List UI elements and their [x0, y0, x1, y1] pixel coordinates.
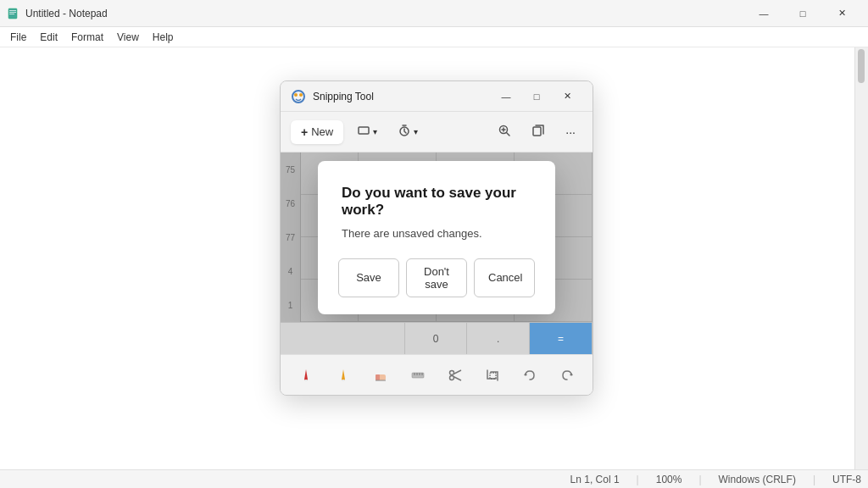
snipping-maximize-btn[interactable]: □ [521, 85, 552, 108]
snipping-tool-window: Snipping Tool — □ ✕ + New ▾ [280, 80, 593, 396]
dialog-save-btn[interactable]: Save [338, 258, 399, 297]
dialog-cancel-btn[interactable]: Cancel [474, 258, 535, 297]
snipping-more-btn[interactable]: ··· [559, 121, 582, 143]
snipping-timer-btn[interactable]: ▾ [391, 119, 425, 144]
scrollbar-vertical[interactable] [854, 47, 868, 469]
svg-rect-12 [305, 380, 308, 381]
notepad-titlebar-controls: — □ ✕ [744, 0, 861, 27]
svg-rect-7 [359, 127, 369, 134]
plus-icon: + [301, 125, 308, 139]
tool-pen-yellow[interactable] [331, 363, 355, 387]
svg-line-25 [453, 370, 461, 374]
bottom-cell-3: . [467, 323, 530, 354]
snipping-titlebar: Snipping Tool — □ ✕ [281, 81, 593, 112]
snipping-zoom-btn[interactable] [491, 119, 518, 144]
svg-rect-14 [342, 380, 345, 381]
tool-eraser[interactable] [369, 363, 392, 387]
save-dialog: Do you want to save your work? There are… [318, 161, 555, 314]
tool-ruler[interactable] [406, 363, 430, 387]
status-position: Ln 1, Col 1 [570, 474, 620, 485]
svg-marker-29 [570, 373, 573, 375]
tool-pen-red[interactable] [294, 363, 318, 387]
svg-marker-11 [304, 369, 308, 381]
status-sep3: | [813, 474, 815, 485]
shape-icon [357, 124, 370, 140]
menu-help[interactable]: Help [146, 30, 181, 45]
notepad-icon [7, 7, 20, 20]
svg-rect-10 [533, 127, 541, 136]
notepad-minimize-btn[interactable]: — [744, 0, 783, 27]
dialog-message: There are unsaved changes. [342, 227, 531, 240]
svg-point-23 [450, 370, 454, 374]
svg-marker-13 [342, 369, 345, 381]
tool-scissors[interactable] [443, 363, 467, 387]
svg-line-26 [453, 376, 461, 380]
bottom-cell-1 [281, 323, 405, 354]
new-btn-label: New [311, 125, 333, 138]
snipping-icon [291, 89, 306, 104]
svg-point-5 [294, 93, 298, 97]
status-zoom: 100% [656, 474, 682, 485]
snipping-close-btn[interactable]: ✕ [552, 85, 582, 108]
snipping-footer [281, 354, 593, 395]
snipping-new-button[interactable]: + New [291, 120, 343, 144]
more-icon: ··· [565, 125, 576, 139]
snipping-titlebar-controls: — □ ✕ [491, 85, 582, 108]
tool-redo[interactable] [555, 363, 579, 387]
dialog-title: Do you want to save your work? [342, 185, 531, 219]
scroll-thumb-v [858, 49, 865, 83]
menu-format[interactable]: Format [64, 30, 110, 45]
svg-rect-1 [9, 10, 16, 11]
snipping-title: Snipping Tool [313, 91, 491, 103]
timer-arrow-icon: ▾ [414, 127, 418, 136]
dialog-buttons: Save Don't save Cancel [342, 258, 531, 297]
notepad-menubar: File Edit Format View Help [0, 27, 868, 47]
snipping-copy-btn[interactable] [525, 119, 552, 144]
svg-rect-27 [490, 373, 496, 379]
status-sep1: | [637, 474, 639, 485]
notepad-statusbar: Ln 1, Col 1 | 100% | Windows (CRLF) | UT… [0, 469, 868, 488]
snipping-toolbar: + New ▾ ▾ [281, 112, 593, 152]
snipping-shape-btn[interactable]: ▾ [350, 119, 384, 144]
timer-icon [398, 124, 411, 140]
snipping-minimize-btn[interactable]: — [491, 85, 521, 108]
tool-crop[interactable] [481, 363, 504, 387]
notepad-close-btn[interactable]: ✕ [822, 0, 861, 27]
status-sep2: | [698, 474, 701, 485]
status-encoding: UTF-8 [832, 474, 861, 485]
svg-point-6 [299, 93, 303, 97]
snipping-bottom-row: 0 . = [281, 322, 593, 354]
notepad-titlebar: Untitled - Notepad — □ ✕ [0, 0, 868, 27]
status-line-ending: Windows (CRLF) [719, 474, 796, 485]
dialog-overlay: Do you want to save your work? There are… [281, 152, 593, 322]
svg-marker-28 [524, 373, 527, 375]
svg-rect-16 [376, 374, 380, 380]
bottom-cell-2: 0 [405, 323, 468, 354]
bottom-cell-4: = [530, 323, 593, 354]
svg-rect-2 [9, 12, 16, 13]
tool-undo[interactable] [518, 363, 542, 387]
dialog-dont-save-btn[interactable]: Don't save [406, 258, 467, 297]
snipping-content-area: 75 76 77 4 1 Do you want to save your wo… [281, 152, 593, 322]
menu-view[interactable]: View [110, 30, 146, 45]
svg-rect-3 [9, 14, 14, 14]
notepad-maximize-btn[interactable]: □ [783, 0, 822, 27]
menu-edit[interactable]: Edit [33, 30, 64, 45]
menu-file[interactable]: File [3, 30, 33, 45]
shape-arrow-icon: ▾ [373, 127, 377, 136]
notepad-title: Untitled - Notepad [25, 8, 744, 19]
svg-point-24 [450, 375, 454, 380]
